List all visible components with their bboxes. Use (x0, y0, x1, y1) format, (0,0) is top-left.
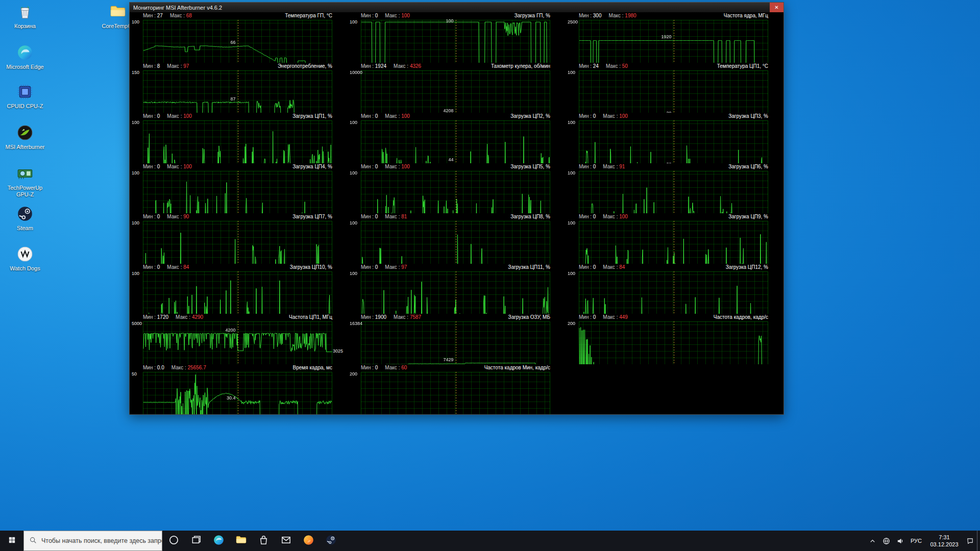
panel-min: Мин : 0 (361, 13, 378, 18)
tray-chevron-icon[interactable] (866, 531, 879, 551)
tray-time: 7:31 (925, 534, 963, 541)
panel-graph: 500004200302507:29:29 (130, 320, 348, 364)
monitor-panel-cpu5-load[interactable]: Мин : 0Макс : 100Загрузка ЦП5, %10003100… (348, 163, 566, 214)
y-max-label: 100 (132, 271, 139, 276)
graph-canvas (143, 372, 332, 415)
taskbar-search[interactable]: Чтобы начать поиск, введите здесь запрос (23, 531, 162, 551)
monitor-panel-cpu9-load[interactable]: Мин : 0Макс : 100Загрузка ЦП9, %10002207… (566, 213, 783, 264)
panel-title: Загрузка ЦП10, % (290, 264, 332, 270)
panel-header: Мин : 0Макс : 90Загрузка ЦП7, % (130, 213, 348, 220)
panel-title: Частота ЦП1, МГц (289, 314, 332, 320)
taskbar-firefox-button[interactable] (297, 531, 320, 551)
panel-header: Мин : 300Макс : 1980Частота ядра, МГц (566, 12, 783, 19)
monitor-panel-cpu10-load[interactable]: Мин : 0Макс : 84Загрузка ЦП10, %10001300… (130, 264, 348, 314)
monitor-panel-core-clock[interactable]: Мин : 300Макс : 1980Частота ядра, МГц250… (566, 12, 783, 63)
panel-header: Мин : 1900Макс : 7587Загрузка ОЗУ, МБ (348, 314, 566, 320)
monitor-panel-cpu3-load[interactable]: Мин : 0Макс : 100Загрузка ЦП3, %10003807… (566, 113, 783, 163)
monitor-panel-frame-time[interactable]: Мин : 0.0Макс : 25656.7Время кадра, мс50… (130, 364, 348, 415)
gpuz-icon (5, 165, 45, 183)
panel-header: Мин : 27Макс : 68Температура ГП, °C (130, 12, 348, 19)
taskbar-store-button[interactable] (252, 531, 275, 551)
monitor-panel-power[interactable]: Мин : 8Макс : 97Энергопотребление, %1500… (130, 63, 348, 113)
y-max-label: 150 (132, 70, 139, 75)
taskbar-mail-button[interactable] (275, 531, 297, 551)
monitor-panel-cpu12-load[interactable]: Мин : 0Макс : 84Загрузка ЦП12, %10001330… (566, 264, 783, 314)
monitor-panel-fps[interactable]: Мин : 0Макс : 449Частота кадров, кадр/с2… (566, 314, 783, 364)
desktop-icon-afterburner[interactable]: MSI Afterburner (5, 124, 45, 151)
monitor-panel-cpu2-load[interactable]: Мин : 0Макс : 100Загрузка ЦП2, %10004430… (348, 113, 566, 163)
panel-min: Мин : 0 (361, 164, 378, 169)
monitor-panel-cpu4-load[interactable]: Мин : 0Макс : 100Загрузка ЦП4, %10001600… (130, 163, 348, 214)
panel-graph: 10009007:29:29 (348, 270, 566, 314)
monitor-panel-cpu1-clock[interactable]: Мин : 1720Макс : 4290Частота ЦП1, МГц500… (130, 314, 348, 364)
monitor-panel-cpu1-load[interactable]: Мин : 0Макс : 100Загрузка ЦП1, %10001690… (130, 113, 348, 163)
panel-graph: 10002207:29:29 (566, 220, 783, 264)
panel-min: Мин : 27 (143, 13, 163, 18)
panel-title: Загрузка ЦП11, % (508, 264, 550, 270)
monitor-panel-fps-min[interactable]: Мин : 0Макс : 60Частота кадров Мин, кадр… (348, 364, 566, 415)
monitor-panel-ram-usage[interactable]: Мин : 1900Макс : 7587Загрузка ОЗУ, МБ163… (348, 314, 566, 364)
panel-graph: 100016007:29:29 (130, 170, 348, 214)
monitor-panel-cpu6-load[interactable]: Мин : 0Макс : 91Загрузка ЦП6, %1000007:2… (566, 163, 783, 214)
panel-max: Макс : 68 (170, 13, 192, 18)
desktop-icon-cpuz[interactable]: CPUID CPU-Z (5, 83, 45, 110)
panel-graph: 1000663907:29:29 (130, 19, 348, 63)
panel-graph: 100013007:29:29 (130, 270, 348, 314)
panel-title: Загрузка ЦП8, % (510, 214, 550, 219)
panel-min: Мин : 0 (579, 164, 596, 169)
monitor-panel-gpu-temp[interactable]: Мин : 27Макс : 68Температура ГП, °C10006… (130, 12, 348, 63)
taskbar-file-explorer-button[interactable] (230, 531, 252, 551)
panel-graph: 1638407429204707:29:29 (348, 320, 566, 364)
cpuz-icon (5, 83, 45, 102)
panel-header: Мин : 0Макс : 100Загрузка ГП, % (348, 12, 566, 19)
panel-title: Загрузка ЦП1, % (292, 113, 332, 119)
start-button[interactable] (0, 531, 23, 551)
taskbar-edge-button[interactable] (207, 531, 230, 551)
window-titlebar[interactable]: Мониторинг MSI Afterburner v4.6.2 ✕ (130, 3, 783, 12)
desktop-icon-recycle-bin[interactable]: Корзина (5, 3, 45, 30)
taskbar-steam-button[interactable] (320, 531, 342, 551)
panel-graph: 1000004208419207:29:29 (348, 69, 566, 113)
desktop-icon-gpuz[interactable]: TechPowerUp GPU-Z (5, 165, 45, 197)
monitor-panels-grid: Мин : 27Макс : 68Температура ГП, °C10006… (130, 12, 783, 414)
panel-min: Мин : 0 (579, 214, 596, 219)
close-button[interactable]: ✕ (770, 3, 783, 12)
taskbar-cortana-button[interactable] (162, 531, 185, 551)
desktop-icon-edge[interactable]: Microsoft Edge (5, 44, 45, 70)
panel-max: Макс : 4290 (176, 314, 203, 320)
close-icon: ✕ (774, 5, 778, 10)
taskbar-taskview-button[interactable] (185, 531, 207, 551)
monitor-panel-gpu-load[interactable]: Мин : 0Макс : 100Загрузка ГП, %100010050… (348, 12, 566, 63)
edge-icon (5, 44, 45, 62)
center-value: 44 (348, 158, 454, 162)
panel-max: Макс : 1980 (608, 13, 636, 18)
panel-min: Мин : 0 (579, 314, 596, 320)
desktop-icon-steam[interactable]: Steam (5, 205, 45, 232)
monitor-panel-cpu11-load[interactable]: Мин : 0Макс : 97Загрузка ЦП11, %10009007… (348, 264, 566, 314)
monitor-panel-cpu7-load[interactable]: Мин : 0Макс : 90Загрузка ЦП7, %100013007… (130, 213, 348, 264)
y-max-label: 200 (350, 372, 357, 377)
panel-max: Макс : 91 (603, 164, 625, 169)
y-max-label: 100 (350, 221, 357, 226)
desktop-icon-watchdogs[interactable]: Watch Dogs (5, 245, 45, 272)
monitor-panel-cpu1-temp[interactable]: Мин : 24Макс : 50Температура ЦП1, °C1000… (566, 63, 783, 113)
monitor-panel-fan-tach[interactable]: Мин : 1924Макс : 4326Тахометр кулера, об… (348, 63, 566, 113)
y-max-label: 100 (568, 120, 575, 125)
panel-title: Загрузка ОЗУ, МБ (508, 314, 550, 320)
monitor-panel-cpu8-load[interactable]: Мин : 0Макс : 81Загрузка ЦП8, %100019007… (348, 213, 566, 264)
language-indicator[interactable]: РУС (907, 538, 925, 544)
graph-canvas (579, 70, 768, 113)
graph-canvas (143, 70, 332, 113)
graph-canvas (579, 321, 768, 364)
network-icon[interactable] (879, 531, 893, 551)
panel-header: Мин : 0Макс : 100Загрузка ЦП3, % (566, 113, 783, 119)
notification-icon[interactable] (963, 531, 977, 551)
graph-canvas (579, 221, 768, 264)
clock[interactable]: 7:31 03.12.2023 (925, 534, 963, 548)
volume-icon[interactable] (893, 531, 907, 551)
desktop-icon-label: TechPowerUp GPU-Z (5, 185, 45, 197)
show-desktop-button[interactable] (977, 531, 980, 551)
panel-title: Загрузка ЦП3, % (728, 113, 768, 119)
y-max-label: 100 (132, 120, 139, 125)
center-value: 87 (130, 97, 236, 102)
